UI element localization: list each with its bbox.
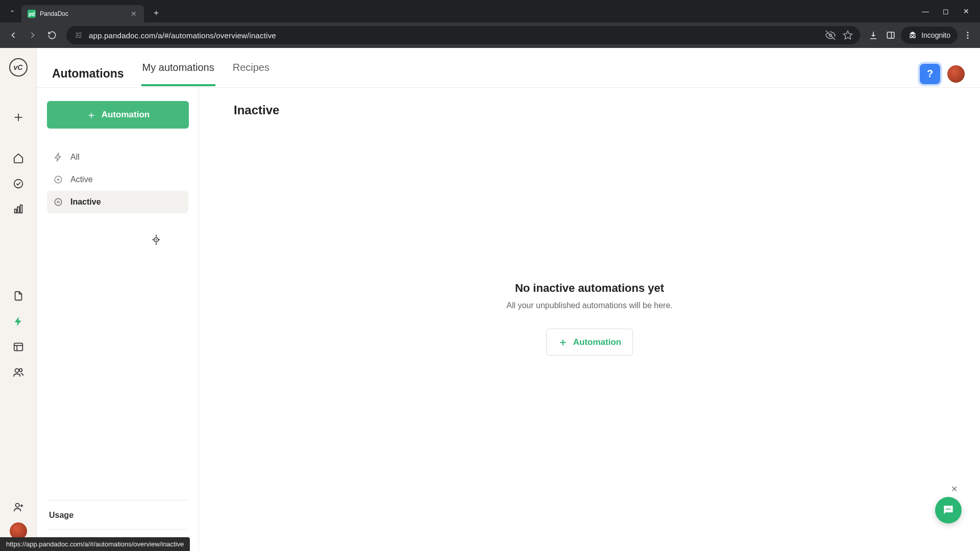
back-button[interactable] — [5, 27, 21, 43]
window-maximize-button[interactable]: ◻ — [941, 7, 950, 15]
incognito-label: Incognito — [921, 31, 950, 39]
svg-point-14 — [967, 35, 969, 36]
eye-off-icon[interactable] — [825, 30, 836, 40]
forward-button[interactable] — [24, 27, 41, 43]
site-settings-icon[interactable] — [74, 31, 84, 39]
window-close-button[interactable]: ✕ — [962, 7, 971, 15]
rail-invite-icon[interactable] — [8, 497, 29, 517]
bolt-icon — [53, 152, 63, 162]
svg-point-32 — [55, 198, 62, 206]
rail-home-icon[interactable] — [8, 148, 29, 168]
content-section-title: Inactive — [234, 103, 954, 117]
header-user-avatar[interactable] — [947, 65, 965, 83]
browser-tab-strip: pd PandaDoc ✕ ＋ ― ◻ ✕ — [0, 0, 980, 22]
workspace-logo[interactable]: vC — [9, 58, 28, 77]
plus-icon: ＋ — [86, 108, 96, 122]
svg-point-13 — [967, 32, 969, 33]
chat-widget-button[interactable] — [935, 497, 962, 523]
tab-search-dropdown[interactable] — [6, 5, 18, 17]
create-automation-button[interactable]: ＋ Automation — [47, 101, 189, 129]
svg-point-36 — [948, 509, 949, 510]
svg-rect-19 — [14, 209, 16, 213]
svg-marker-31 — [58, 178, 60, 181]
filter-inactive-label: Inactive — [70, 197, 101, 207]
svg-rect-5 — [78, 37, 81, 37]
app-main: Automations My automations Recipes ? ＋ A… — [37, 48, 980, 551]
app-body: ＋ Automation All Active — [37, 88, 980, 551]
svg-point-26 — [19, 369, 22, 372]
pause-circle-icon — [53, 197, 63, 207]
tab-my-automations[interactable]: My automations — [142, 62, 214, 86]
app-root: vC Automations — [0, 48, 980, 551]
reload-button[interactable] — [44, 27, 60, 43]
svg-rect-20 — [17, 207, 19, 213]
rail-tasks-icon[interactable] — [8, 173, 29, 194]
tab-recipes[interactable]: Recipes — [233, 62, 270, 86]
rail-automations-icon[interactable] — [8, 311, 29, 332]
svg-point-15 — [967, 37, 969, 39]
tab-favicon: pd — [28, 10, 36, 18]
rail-documents-icon[interactable] — [8, 286, 29, 306]
svg-rect-21 — [20, 205, 22, 213]
svg-point-11 — [913, 36, 916, 38]
browser-tab[interactable]: pd PandaDoc ✕ — [21, 5, 144, 22]
filter-all[interactable]: All — [47, 146, 188, 168]
url-text: app.pandadoc.com/a/#/automations/overvie… — [89, 31, 276, 40]
filter-list: All Active Inactive — [47, 146, 188, 213]
svg-rect-3 — [80, 35, 82, 35]
new-tab-button[interactable]: ＋ — [149, 6, 163, 20]
filter-inactive[interactable]: Inactive — [47, 191, 188, 213]
svg-point-27 — [15, 504, 19, 507]
plus-icon: ＋ — [558, 335, 568, 349]
help-button[interactable]: ? — [920, 64, 940, 84]
app-header: Automations My automations Recipes ? — [37, 48, 980, 88]
svg-rect-2 — [76, 35, 80, 35]
svg-marker-7 — [844, 31, 852, 39]
svg-point-35 — [946, 509, 947, 510]
svg-point-25 — [15, 369, 18, 372]
page-title: Automations — [52, 67, 124, 81]
empty-state: No inactive automations yet All your unp… — [506, 282, 673, 356]
window-minimize-button[interactable]: ― — [921, 7, 930, 15]
empty-state-create-label: Automation — [573, 337, 621, 347]
svg-rect-22 — [14, 343, 22, 351]
rail-contacts-icon[interactable] — [8, 362, 29, 383]
address-bar[interactable]: app.pandadoc.com/a/#/automations/overvie… — [66, 26, 860, 44]
browser-menu-icon[interactable] — [961, 28, 975, 42]
filter-active-label: Active — [70, 175, 93, 184]
window-controls: ― ◻ ✕ — [916, 7, 976, 15]
app-rail: vC — [0, 48, 37, 551]
filter-active[interactable]: Active — [47, 168, 188, 191]
content-area: Inactive No inactive automations yet All… — [199, 88, 980, 551]
svg-point-18 — [14, 180, 22, 188]
create-automation-label: Automation — [102, 110, 150, 120]
rail-templates-icon[interactable] — [8, 337, 29, 357]
svg-rect-0 — [76, 33, 79, 33]
svg-rect-4 — [76, 37, 78, 37]
tab-title: PandaDoc — [40, 10, 126, 17]
downloads-icon[interactable] — [866, 28, 880, 42]
usage-title: Usage — [49, 511, 186, 520]
empty-state-subtitle: All your unpublished automations will be… — [506, 301, 673, 310]
side-panel-icon[interactable] — [884, 28, 898, 42]
chat-close-icon[interactable]: ✕ — [951, 484, 958, 494]
browser-toolbar: app.pandadoc.com/a/#/automations/overvie… — [0, 22, 980, 48]
svg-point-37 — [949, 509, 951, 510]
svg-point-10 — [910, 36, 913, 38]
empty-state-title: No inactive automations yet — [506, 282, 673, 295]
bookmark-star-icon[interactable] — [843, 30, 853, 40]
rail-create-button[interactable] — [8, 107, 29, 128]
side-panel: ＋ Automation All Active — [37, 88, 199, 551]
status-bar: https://app.pandadoc.com/a/#/automations… — [0, 537, 190, 551]
incognito-indicator[interactable]: Incognito — [901, 27, 958, 44]
svg-rect-1 — [79, 33, 82, 33]
rail-reports-icon[interactable] — [8, 199, 29, 219]
play-circle-icon — [53, 174, 63, 185]
svg-rect-8 — [887, 32, 894, 38]
empty-state-create-button[interactable]: ＋ Automation — [546, 329, 633, 356]
filter-all-label: All — [70, 153, 80, 162]
tab-close-icon[interactable]: ✕ — [130, 10, 138, 18]
